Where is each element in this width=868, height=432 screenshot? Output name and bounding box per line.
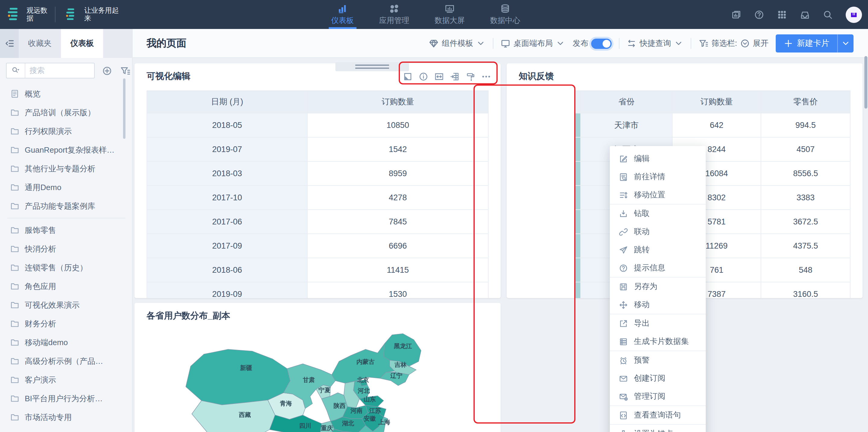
menu-item[interactable]: 生成卡片数据集 (610, 333, 706, 350)
table-header-cell[interactable]: 订购数量 (673, 91, 761, 114)
sidebar-item[interactable]: 其他行业与专题分析 (0, 159, 133, 178)
guandata-logo-icon (5, 5, 23, 24)
menu-item[interactable]: 提示信息 (610, 259, 706, 277)
sidebar-item[interactable]: 产品功能专题案例库 (0, 197, 133, 215)
sidebar-tab-favorites[interactable]: 收藏夹 (19, 29, 61, 58)
menu-item[interactable]: 跳转 (610, 241, 706, 259)
move-icon (619, 300, 628, 309)
card-title: 各省用户数分布_副本 (147, 310, 230, 321)
menu-item[interactable]: 联动 (610, 223, 706, 241)
grid9-icon[interactable] (777, 9, 787, 20)
filter-bar-control[interactable]: 筛选栏: 展开 (699, 38, 769, 49)
menu-item[interactable]: 查看查询语句 (610, 406, 706, 424)
table-header-cell[interactable]: 订购数量 (308, 91, 489, 114)
menu-item-label: 生成卡片数据集 (634, 336, 689, 347)
menu-item[interactable]: 创建订阅 (610, 369, 706, 388)
sidebar-item[interactable]: 连锁零售（历史） (0, 258, 133, 277)
nav-tab[interactable]: 数据大屏 (432, 0, 467, 29)
menu-item[interactable]: 移动位置 (610, 186, 706, 204)
top-bar: 观远数 据 让业务用起 来 仪表板应用管理数据大屏数据中心 (0, 0, 868, 29)
sidebar-item[interactable]: GuanReport复杂报表样… (0, 141, 133, 159)
report-window-icon[interactable] (731, 9, 741, 20)
map-region[interactable] (192, 400, 275, 432)
inbox-download-icon[interactable] (800, 9, 810, 20)
sidebar-item[interactable]: BI平台用户行为分析… (0, 389, 133, 408)
nav-tab[interactable]: 数据中心 (488, 0, 523, 29)
sidebar-item[interactable]: 财务分析 (0, 314, 133, 333)
folder-icon (10, 357, 19, 366)
fit-width-icon[interactable] (434, 72, 444, 82)
china-choropleth-map[interactable]: 新疆西藏青海甘肃宁夏内蒙古黑龙江吉林辽宁北京河北山东陕西河南江苏上海安徽湖北重庆… (151, 329, 489, 432)
insert-table-icon[interactable] (450, 72, 460, 82)
brand-area[interactable]: 观远数 据 让业务用起 来 (0, 0, 119, 29)
sidebar-item[interactable]: 客户演示 (0, 370, 133, 389)
table-row[interactable]: 2018-0611415 (147, 258, 489, 282)
table-row[interactable]: 2019-071542 (147, 137, 489, 162)
table-row[interactable]: 2017-096696 (147, 234, 489, 258)
menu-item[interactable]: 移动 (610, 296, 706, 314)
table-header-cell[interactable]: 日期 (月) (147, 91, 308, 114)
sidebar-item[interactable]: 通用Demo (0, 178, 133, 197)
sidebar-item-label: 服饰零售 (25, 225, 56, 236)
card-province-user-map[interactable]: 各省用户数分布_副本 新疆西藏青海甘肃宁夏内蒙古黑龙江吉林辽宁北京河北山东陕西河… (134, 303, 501, 432)
sidebar-item[interactable]: 角色应用 (0, 277, 133, 296)
main-scrollbar[interactable] (864, 56, 867, 109)
sidebar-collapse-button[interactable] (0, 29, 19, 58)
sidebar-item[interactable]: 产品培训（展示版） (0, 103, 133, 122)
info-circle-icon[interactable] (418, 72, 428, 82)
dots-icon[interactable] (482, 72, 491, 82)
sidebar-item[interactable]: 可视化效果演示 (0, 296, 133, 314)
card-drag-handle[interactable] (335, 62, 409, 71)
sidebar-scrollbar[interactable] (123, 79, 125, 139)
sidebar-item[interactable]: 快消分析 (0, 240, 133, 258)
folder-icon (10, 301, 19, 310)
nav-tab[interactable]: 应用管理 (377, 0, 412, 29)
new-card-dropdown[interactable] (838, 34, 854, 53)
table-row[interactable]: 2017-067845 (147, 210, 489, 234)
quick-query-button[interactable]: 快捷查询 (627, 38, 684, 49)
publish-toggle[interactable] (591, 38, 612, 49)
new-card-split-button[interactable]: 新建卡片 (776, 34, 854, 53)
menu-item[interactable]: 编辑 (610, 150, 706, 168)
sidebar-tab-dashboards[interactable]: 仪表板 (61, 29, 103, 58)
table-row[interactable]: 天津市642994.5 (574, 114, 850, 137)
sidebar-item[interactable]: 概览 (0, 85, 133, 103)
filter-list-icon[interactable] (120, 65, 130, 76)
menu-item[interactable]: 管理订阅 (610, 388, 706, 405)
menu-item[interactable]: 钻取 (610, 205, 706, 223)
sidebar-item[interactable]: 高级分析示例（产品… (0, 352, 133, 370)
menu-item[interactable]: 设置为锚点 (610, 425, 706, 432)
table-row[interactable]: 2018-0510850 (147, 114, 489, 137)
table-row[interactable]: 2019-091530 (147, 282, 489, 298)
map-region[interactable] (186, 349, 290, 405)
menu-item[interactable]: 前往详情 (610, 168, 706, 186)
card-visual-edit[interactable]: 可视化编辑 日期 (月)订购数量2018-05108502019-0715422… (134, 63, 501, 298)
component-template-button[interactable]: 组件模板 (429, 38, 486, 49)
menu-item[interactable]: 导出 (610, 314, 706, 333)
paint-roller-icon[interactable] (466, 72, 475, 82)
map-province-label: 河北 (358, 388, 370, 394)
table-header-cell[interactable]: 零售价 (761, 91, 850, 114)
sidebar-item[interactable]: 移动端demo (0, 333, 133, 352)
help-icon[interactable] (754, 9, 764, 20)
mail-gear-icon (619, 392, 628, 401)
menu-item-label: 导出 (634, 318, 650, 329)
menu-item[interactable]: 预警 (610, 351, 706, 369)
user-avatar[interactable] (846, 6, 862, 23)
sidebar-item[interactable]: 行列权限演示 (0, 122, 133, 141)
menu-item[interactable]: 另存为 (610, 278, 706, 296)
search-scope-dropdown[interactable] (7, 63, 25, 78)
desktop-layout-button[interactable]: 桌面端布局 (501, 38, 565, 49)
table-row[interactable]: 2018-038959 (147, 162, 489, 186)
search-input[interactable] (25, 66, 94, 75)
map-region[interactable] (270, 415, 321, 432)
table-row[interactable]: 2017-104278 (147, 186, 489, 210)
folder-icon (10, 146, 19, 154)
add-folder-icon[interactable] (102, 65, 112, 76)
table-header-cell[interactable]: 省份 (581, 91, 673, 114)
search-icon[interactable] (823, 9, 833, 20)
sidebar-item[interactable]: 服饰零售 (0, 221, 133, 240)
sidebar-item[interactable]: 市场活动专用 (0, 408, 133, 427)
nav-tab[interactable]: 仪表板 (329, 0, 356, 29)
crop-icon[interactable] (403, 72, 412, 82)
